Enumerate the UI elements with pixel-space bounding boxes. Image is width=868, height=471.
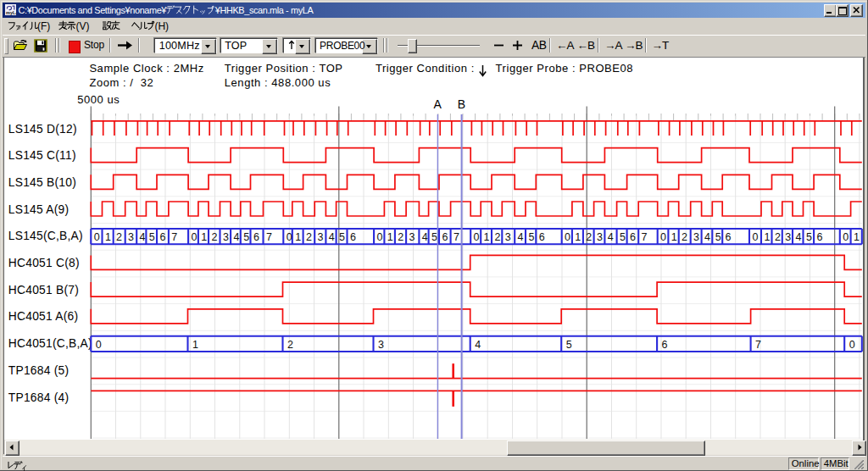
svg-text:1: 1 xyxy=(387,231,393,243)
svg-text:6: 6 xyxy=(630,231,636,243)
svg-text:3: 3 xyxy=(318,231,324,243)
svg-text:3: 3 xyxy=(597,231,603,243)
svg-text:1: 1 xyxy=(484,231,490,243)
svg-text:6: 6 xyxy=(539,231,545,243)
svg-text:1: 1 xyxy=(575,231,581,243)
svg-text:1: 1 xyxy=(854,231,860,243)
svg-text:2: 2 xyxy=(398,231,403,243)
svg-text:5: 5 xyxy=(243,231,249,243)
svg-text:2: 2 xyxy=(775,231,781,243)
svg-text:5: 5 xyxy=(715,231,721,243)
svg-text:2: 2 xyxy=(586,231,592,243)
svg-text:2: 2 xyxy=(116,231,122,243)
svg-text:4: 4 xyxy=(329,231,335,243)
svg-text:4: 4 xyxy=(795,231,801,243)
svg-text:0: 0 xyxy=(660,231,666,243)
svg-text:1: 1 xyxy=(671,231,677,243)
svg-text:2: 2 xyxy=(287,339,293,351)
svg-text:7: 7 xyxy=(755,339,761,351)
svg-text:5: 5 xyxy=(149,231,155,243)
svg-text:4: 4 xyxy=(475,339,481,351)
svg-text:6: 6 xyxy=(253,231,259,243)
svg-text:2: 2 xyxy=(494,231,500,243)
svg-text:5: 5 xyxy=(566,339,572,351)
svg-text:0: 0 xyxy=(474,231,480,243)
svg-text:7: 7 xyxy=(642,231,648,243)
svg-text:5: 5 xyxy=(528,231,534,243)
svg-text:3: 3 xyxy=(409,231,415,243)
svg-text:6: 6 xyxy=(350,231,356,243)
svg-text:1: 1 xyxy=(201,231,207,243)
svg-text:1: 1 xyxy=(192,339,198,351)
svg-text:0: 0 xyxy=(96,339,102,351)
svg-text:2: 2 xyxy=(211,231,217,243)
svg-text:4: 4 xyxy=(608,231,614,243)
svg-text:4: 4 xyxy=(422,231,428,243)
svg-text:0: 0 xyxy=(843,231,849,243)
svg-text:5: 5 xyxy=(431,231,437,243)
svg-text:0: 0 xyxy=(192,231,198,243)
svg-text:6: 6 xyxy=(726,231,732,243)
svg-text:0: 0 xyxy=(287,231,292,243)
svg-text:0: 0 xyxy=(377,231,383,243)
svg-text:1: 1 xyxy=(105,231,111,243)
svg-text:1: 1 xyxy=(764,231,770,243)
svg-text:5: 5 xyxy=(806,231,812,243)
svg-text:6: 6 xyxy=(662,339,668,351)
svg-text:6: 6 xyxy=(159,231,165,243)
svg-text:2: 2 xyxy=(682,231,687,243)
svg-text:3: 3 xyxy=(128,231,134,243)
svg-text:7: 7 xyxy=(266,231,272,243)
svg-text:4: 4 xyxy=(704,231,710,243)
svg-text:5: 5 xyxy=(339,231,345,243)
svg-text:4: 4 xyxy=(518,231,524,243)
svg-text:5: 5 xyxy=(620,231,626,243)
svg-text:3: 3 xyxy=(505,231,511,243)
svg-text:6: 6 xyxy=(442,231,448,243)
svg-text:4: 4 xyxy=(140,231,146,243)
svg-text:0: 0 xyxy=(94,231,100,243)
svg-text:3: 3 xyxy=(223,231,229,243)
svg-text:1: 1 xyxy=(295,231,301,243)
svg-text:4: 4 xyxy=(234,231,240,243)
svg-text:3: 3 xyxy=(693,231,699,243)
svg-text:7: 7 xyxy=(171,231,177,243)
svg-text:7: 7 xyxy=(453,231,459,243)
svg-text:3: 3 xyxy=(378,339,384,351)
svg-text:0: 0 xyxy=(565,231,570,243)
svg-text:2: 2 xyxy=(306,231,312,243)
svg-text:3: 3 xyxy=(785,231,791,243)
svg-text:6: 6 xyxy=(817,231,823,243)
svg-text:0: 0 xyxy=(752,231,758,243)
svg-text:0: 0 xyxy=(849,339,855,351)
